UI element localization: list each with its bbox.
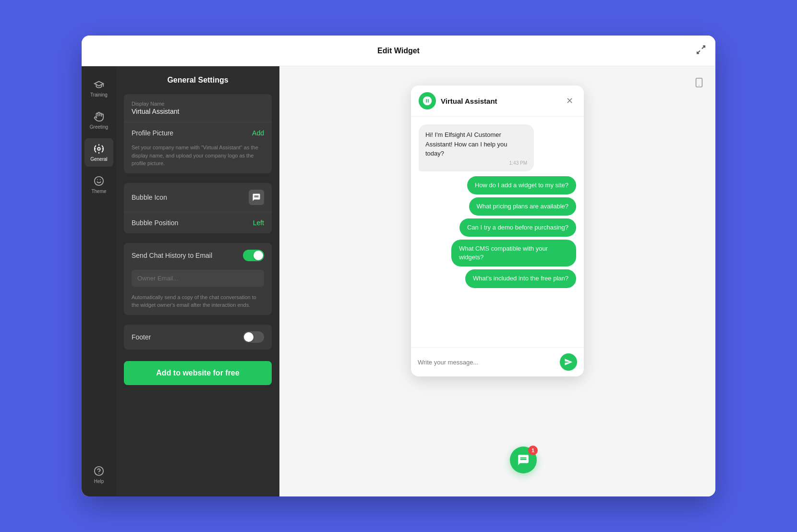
bot-text: Hi! I'm Elfsight AI Customer Assistant! …	[425, 130, 527, 158]
main-layout: Training Greeting	[82, 66, 715, 496]
bubble-badge: 1	[528, 446, 538, 455]
user-messages: How do I add a widget to my site? What p…	[419, 176, 576, 288]
general-label: General	[90, 157, 108, 162]
email-input[interactable]	[132, 270, 264, 287]
profile-picture-row: Profile Picture Add	[124, 122, 272, 144]
user-message-3: Can I try a demo before purchasing?	[459, 218, 576, 237]
email-description: Automatically send a copy of the chat co…	[124, 293, 272, 315]
sidebar-item-help[interactable]: Help	[85, 460, 113, 489]
sidebar-item-training[interactable]: Training	[85, 74, 113, 102]
email-input-wrap	[124, 268, 272, 293]
chat-header: Virtual Assistant ✕	[411, 85, 584, 117]
settings-panel: General Settings Display Name Virtual As…	[116, 66, 279, 496]
chat-avatar	[419, 92, 436, 109]
chat-send-button[interactable]	[560, 353, 577, 371]
device-icon-wrap	[692, 76, 706, 89]
display-name-section: Display Name Virtual Assistant Profile P…	[124, 94, 272, 173]
theme-icon	[93, 175, 105, 187]
footer-row: Footer	[124, 325, 272, 350]
header: Edit Widget	[82, 36, 715, 66]
send-chat-row: Send Chat History to Email	[124, 243, 272, 268]
greeting-icon	[93, 111, 105, 122]
chat-widget: Virtual Assistant ✕ Hi! I'm Elfsight AI …	[411, 85, 584, 376]
bubble-position-row[interactable]: Bubble Position Left	[124, 212, 272, 233]
bubble-icon-section: Bubble Icon Bubble Position Left	[124, 183, 272, 233]
chat-title: Virtual Assistant	[441, 97, 563, 105]
chat-messages: Hi! I'm Elfsight AI Customer Assistant! …	[411, 117, 584, 347]
user-message-1: How do I add a widget to my site?	[467, 176, 576, 194]
training-icon	[93, 79, 105, 90]
profile-picture-label: Profile Picture	[132, 129, 173, 137]
app-window: Edit Widget Training	[82, 36, 715, 496]
svg-point-2	[97, 147, 100, 150]
greeting-label: Greeting	[90, 124, 108, 130]
device-icon[interactable]	[692, 76, 706, 89]
send-chat-toggle[interactable]	[243, 250, 264, 261]
sidebar: Training Greeting	[82, 66, 116, 496]
user-message-4: What CMS compatible with your widgets?	[451, 240, 576, 266]
settings-title: General Settings	[124, 76, 272, 85]
user-message-5: What's included into the free plan?	[465, 269, 576, 288]
send-chat-label: Send Chat History to Email	[132, 252, 212, 259]
header-title: Edit Widget	[377, 47, 420, 55]
bubble-icon-preview	[249, 190, 264, 205]
svg-rect-8	[696, 78, 702, 87]
sidebar-item-theme[interactable]: Theme	[85, 170, 113, 199]
expand-button[interactable]	[696, 45, 706, 57]
chat-close-button[interactable]: ✕	[563, 94, 576, 108]
bot-time: 1:43 PM	[425, 160, 527, 166]
svg-point-3	[95, 177, 103, 185]
general-icon	[93, 143, 105, 155]
profile-picture-add[interactable]: Add	[252, 129, 264, 137]
add-to-website-button[interactable]: Add to website for free	[124, 361, 272, 385]
bubble-position-label: Bubble Position	[132, 219, 178, 227]
chat-input-area	[411, 347, 584, 376]
profile-description: Set your company name with "Virtual Assi…	[124, 144, 272, 173]
display-name-value: Virtual Assistant	[124, 108, 272, 122]
bot-bubble: Hi! I'm Elfsight AI Customer Assistant! …	[419, 124, 534, 171]
display-name-label: Display Name	[124, 94, 272, 108]
help-icon	[93, 465, 105, 477]
footer-section: Footer	[124, 325, 272, 350]
bubble-icon-row[interactable]: Bubble Icon	[124, 183, 272, 212]
bubble-position-value[interactable]: Left	[253, 219, 264, 227]
sidebar-item-greeting[interactable]: Greeting	[85, 106, 113, 134]
theme-label: Theme	[91, 189, 106, 194]
user-message-2: What pricing plans are available?	[469, 197, 577, 216]
preview-area: Virtual Assistant ✕ Hi! I'm Elfsight AI …	[279, 66, 715, 496]
help-label: Help	[94, 479, 104, 484]
footer-label: Footer	[132, 333, 151, 341]
bot-message: Hi! I'm Elfsight AI Customer Assistant! …	[419, 124, 576, 171]
training-label: Training	[90, 92, 108, 97]
footer-toggle[interactable]	[243, 331, 264, 343]
chat-input[interactable]	[418, 359, 555, 366]
sidebar-item-general[interactable]: General	[85, 138, 113, 167]
send-chat-section: Send Chat History to Email Automatically…	[124, 243, 272, 315]
chat-bubble-float[interactable]: 1	[510, 447, 537, 473]
bubble-icon-label: Bubble Icon	[132, 193, 167, 201]
